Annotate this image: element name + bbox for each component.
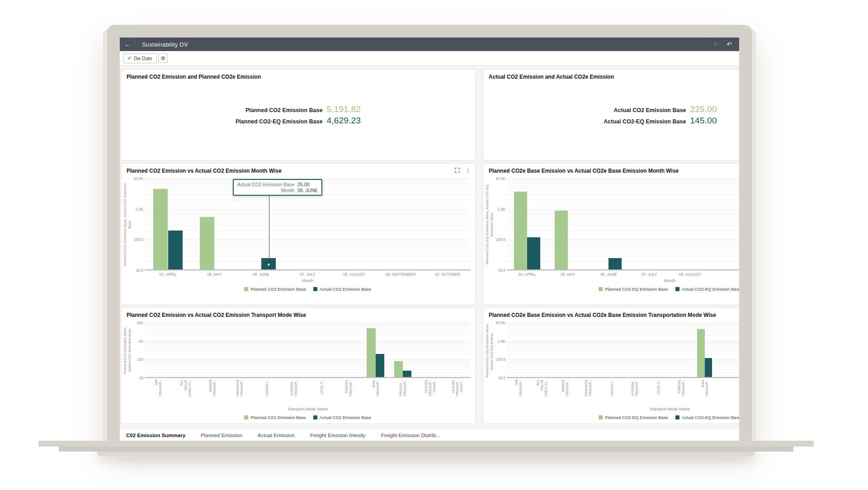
gridline-minor	[145, 347, 471, 347]
gridline-minor	[507, 249, 739, 250]
gridline-major	[145, 240, 471, 240]
y-tick-label: 100.0	[493, 237, 505, 242]
bar-green[interactable]	[514, 192, 527, 270]
kpi-value: 4,629.23	[326, 116, 361, 126]
laptop-base-step	[59, 447, 793, 452]
gridline-minor	[145, 325, 471, 326]
x-tick-label: INTERM... TRANSP...	[631, 379, 639, 405]
bar-teal[interactable]	[609, 258, 622, 270]
gridline-major	[145, 209, 471, 210]
tab-planned-emission[interactable]: Planned Emission	[201, 433, 242, 438]
y-tick-label: 1.0K	[131, 207, 143, 212]
add-filter-button[interactable]: ⊕	[158, 53, 168, 63]
x-tick-label: 07. JULY	[642, 272, 657, 277]
panel-actual-emission-kpi: Actual CO2 Emission and Actual CO2e Emis…	[483, 69, 739, 160]
tab-actual-emission[interactable]: Actual Emission	[258, 433, 295, 438]
gridline-minor	[507, 194, 739, 195]
legend-item[interactable]: Actual CO2 Emission Base	[313, 415, 371, 420]
y-tick-label: 10.0K	[493, 176, 505, 181]
x-tick-label: 08. AUGUST	[679, 272, 701, 277]
x-tick-label: LESS-T...	[319, 379, 323, 405]
bar-green[interactable]	[200, 217, 215, 270]
tooltip-value: 06. JUNE	[297, 188, 318, 193]
dashboard-screen: ← Sustainability DV ↻ ↶ Dw Date	[120, 38, 739, 441]
gridline-minor	[507, 325, 739, 325]
legend-item[interactable]: Actual CO2-EQ Emission Base	[675, 287, 739, 292]
x-tick-label: LESS-T...	[656, 379, 660, 405]
gridline-minor	[145, 218, 471, 219]
gridline-major	[507, 179, 739, 179]
legend-item[interactable]: Actual CO2-EQ Emission Base	[675, 415, 739, 420]
panel-title: Planned CO2e Base Emission vs Actual CO2…	[483, 164, 739, 175]
chart-co2e-month: Planned CO2-EQ Emission Base, Actual CO2…	[483, 175, 739, 293]
kpi-label: Planned CO2-EQ Emission Base	[236, 118, 322, 125]
gridline-minor	[507, 225, 739, 226]
tab-co2-emission-summary[interactable]: C02 Emission Summary	[126, 433, 185, 438]
legend-item[interactable]: Planned CO2-EQ Emission Base	[599, 415, 668, 420]
y-axis-title: Planned CO2-EQ Emission Base, Actual CO2…	[485, 179, 495, 270]
bar-green[interactable]	[367, 328, 375, 378]
kpi-value: 145.00	[690, 116, 717, 126]
chart-co2e-transport: Planned CO2-EQ Emission Base, Actual CO2…	[483, 319, 739, 422]
tooltip-connector-line	[269, 196, 269, 264]
bar-green[interactable]	[555, 211, 568, 270]
gridline-minor	[145, 360, 471, 361]
bar-teal[interactable]	[527, 237, 540, 270]
gridline-minor	[145, 252, 471, 252]
x-axis-labels: AIR TRANSP...ALL VALUE USED IN...BARGE T…	[145, 378, 471, 406]
legend-item[interactable]: Actual CO2 Emission Base	[313, 287, 371, 292]
bar-green[interactable]	[394, 361, 403, 378]
gridline-minor	[145, 345, 471, 346]
panel-co2-month-chart: Planned CO2 Emission vs Actual CO2 Emiss…	[121, 163, 476, 305]
kebab-menu-icon[interactable]: ⋮	[465, 168, 471, 173]
legend-label: Planned CO2-EQ Emission Base	[605, 415, 668, 420]
gridline-minor	[145, 216, 471, 217]
legend-item[interactable]: Planned CO2 Emission Base	[244, 287, 306, 292]
plot-area: 10.0K1.0K100.010.0	[507, 179, 739, 270]
gridline-minor	[145, 225, 471, 226]
gridline-minor	[145, 214, 471, 214]
gridline-minor	[145, 324, 471, 324]
gridline-minor	[507, 328, 739, 329]
y-tick-label: 10.0	[493, 268, 505, 273]
gridline-major	[507, 323, 739, 323]
legend-label: Actual CO2-EQ Emission Base	[682, 287, 739, 292]
legend-item[interactable]: Planned CO2 Emission Base	[244, 415, 306, 420]
refresh-icon[interactable]: ↻	[713, 41, 718, 48]
data-point-marker[interactable]	[267, 263, 271, 267]
back-arrow-icon: ←	[124, 41, 131, 48]
y-tick-label: 10.0	[131, 268, 143, 273]
gridline-minor	[507, 183, 739, 184]
y-tick-label: 10	[131, 376, 143, 380]
gridline-minor	[507, 188, 739, 188]
y-tick-label: 10.0K	[131, 176, 143, 181]
kpi-label: Actual CO2-EQ Emission Base	[604, 118, 686, 125]
x-tick-label: 09. SEPTEMBER	[386, 272, 416, 277]
bar-teal[interactable]	[168, 231, 183, 270]
add-filter-icon: ⊕	[160, 55, 165, 61]
gridline-minor	[145, 221, 471, 222]
expand-icon[interactable]	[455, 168, 460, 173]
bar-teal[interactable]	[705, 358, 712, 378]
x-axis-labels: 04. APRIL05. MAY06. JUNE07. JULY08. AUGU…	[145, 270, 471, 278]
gridline-minor	[507, 241, 739, 241]
filter-chip-dw-date[interactable]: Dw Date	[123, 53, 157, 63]
legend-swatch-green	[244, 287, 248, 291]
legend-item[interactable]: Planned CO2-EQ Emission Base	[599, 287, 668, 292]
gridline-minor	[507, 214, 739, 214]
legend-label: Planned CO2-EQ Emission Base	[605, 287, 668, 292]
gridline-major	[145, 323, 471, 323]
bar-teal[interactable]	[376, 354, 384, 378]
filter-chip-label: Dw Date	[134, 56, 152, 61]
x-tick-label: 04. APRIL	[519, 272, 536, 277]
x-tick-label: 05. MAY	[561, 272, 575, 277]
tab-freight-emission-distribution[interactable]: Freight Emission Distrib...	[381, 433, 440, 438]
gridline-minor	[145, 200, 471, 200]
bar-green[interactable]	[697, 329, 704, 378]
undo-icon[interactable]: ↶	[726, 41, 732, 48]
gridline-minor	[507, 200, 739, 200]
tab-freight-emission-intensity[interactable]: Freight Emssion Intesity	[310, 433, 366, 438]
bar-green[interactable]	[153, 189, 168, 270]
back-button[interactable]: ←	[120, 38, 135, 51]
kpi-value: 225.00	[690, 104, 717, 114]
